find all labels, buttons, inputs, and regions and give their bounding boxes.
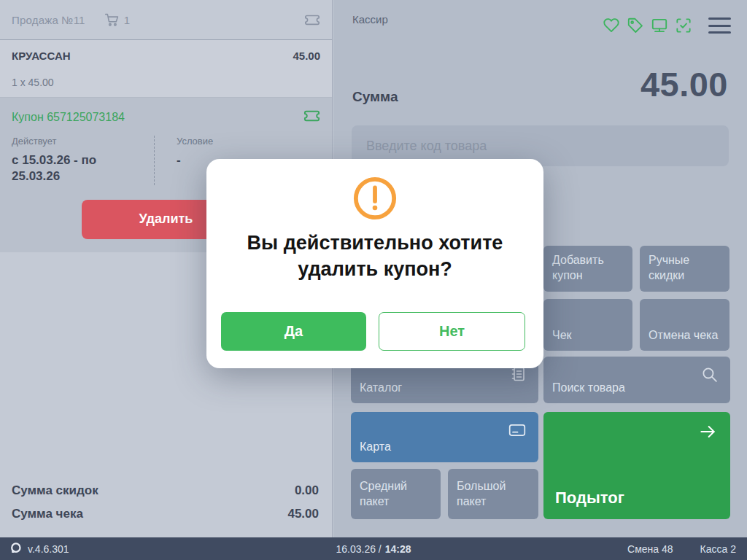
confirm-delete-coupon-dialog: Вы действительно хотите удалить купон? Д… [206, 159, 543, 368]
menu-icon[interactable] [708, 18, 731, 34]
receipt-button[interactable]: Чек [543, 299, 632, 351]
subtotal-button[interactable]: Подытог [543, 412, 730, 519]
discount-sum-label: Сумма скидок [12, 483, 98, 498]
app-logo-icon [9, 542, 22, 556]
coupon-ticket-icon [303, 107, 320, 127]
sale-header: Продажа №11 1 [0, 0, 332, 40]
cart-count: 1 [124, 14, 130, 26]
card-button-label: Карта [360, 440, 391, 455]
coupon-title: Купон 657125073184 [12, 111, 125, 124]
item-name: КРУАССАН [12, 50, 71, 62]
receipt-sum-label: Сумма чека [12, 507, 83, 521]
bank-card-icon [508, 421, 527, 444]
display-icon[interactable] [650, 16, 669, 35]
heart-icon[interactable] [602, 16, 621, 35]
totals-block: Сумма скидок 0.00 Сумма чека 45.00 [12, 475, 319, 521]
dialog-message: Вы действительно хотите удалить купон? [220, 230, 530, 282]
cashier-label: Кассир [352, 13, 388, 26]
footer-date: 16.03.26 / [336, 543, 381, 555]
ticket-icon [304, 12, 320, 28]
manual-discounts-button[interactable]: Ручные скидки [640, 246, 729, 292]
arrow-right-icon [698, 422, 717, 447]
tag-icon[interactable] [626, 16, 645, 35]
app-version: v.4.6.301 [28, 543, 69, 555]
cart-counter: 1 [104, 12, 130, 28]
warning-icon [206, 176, 543, 221]
sale-title: Продажа №11 [12, 14, 85, 26]
pos-app: Продажа №11 1 КРУАССАН 45.00 [0, 0, 747, 560]
confirm-no-button[interactable]: Нет [379, 312, 525, 351]
status-bar: v.4.6.301 16.03.26 / 14:28 Смена 48 Касс… [0, 537, 747, 560]
product-search-label: Поиск товара [552, 381, 625, 396]
catalog-button-label: Каталог [360, 381, 402, 396]
sum-value: 45.00 [640, 64, 728, 104]
item-price: 45.00 [293, 50, 320, 62]
confirm-yes-button[interactable]: Да [221, 312, 366, 351]
coupon-valid-value: с 15.03.26 - по 25.03.26 [12, 152, 142, 185]
coupon-divider [154, 136, 155, 185]
catalog-icon [509, 365, 527, 387]
coupon-valid-label: Действует [12, 136, 142, 147]
discount-sum-value: 0.00 [295, 483, 319, 498]
product-search-button[interactable]: Поиск товара [543, 357, 730, 403]
header-icons [602, 16, 731, 35]
cancel-receipt-button[interactable]: Отмена чека [640, 299, 729, 351]
scan-check-icon[interactable] [674, 16, 693, 35]
shift-label: Смена 48 [627, 543, 673, 555]
card-payment-button[interactable]: Карта [351, 412, 538, 462]
receipt-item[interactable]: КРУАССАН 45.00 1 x 45.00 [0, 40, 332, 98]
large-bag-button[interactable]: Большой пакет [448, 469, 538, 519]
register-label: Касса 2 [700, 543, 736, 555]
coupon-condition-label: Условие [177, 136, 286, 147]
cart-icon [104, 12, 120, 28]
add-coupon-button[interactable]: Добавить купон [543, 246, 632, 292]
sum-label: Сумма [352, 89, 398, 105]
item-qty-line: 1 x 45.00 [12, 77, 320, 88]
subtotal-button-label: Подытог [555, 488, 624, 509]
footer-time: 14:28 [385, 543, 411, 555]
search-icon [700, 365, 719, 388]
medium-bag-button[interactable]: Средний пакет [351, 469, 441, 519]
receipt-sum-value: 45.00 [287, 507, 319, 521]
